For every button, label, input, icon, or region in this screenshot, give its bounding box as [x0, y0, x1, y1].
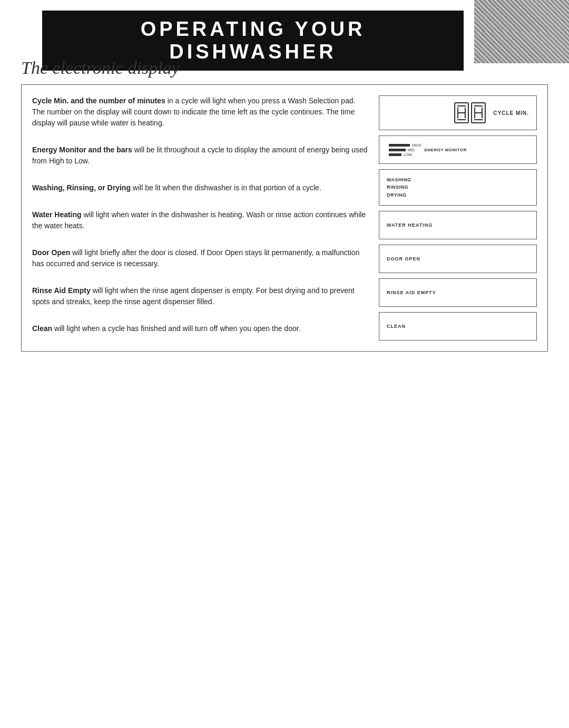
energy-low-label: LOW: [404, 153, 412, 157]
energy-monitor-panel: HIGH MID LOW ENERGY MONITOR: [379, 135, 537, 164]
water-heating-panel-label: WATER HEATING: [387, 222, 433, 228]
energy-bar-mid: MID: [389, 148, 421, 152]
washing-indicator: WASHING: [387, 176, 411, 183]
clean-panel-label: CLEAN: [387, 324, 406, 329]
decorative-bottom-bar: [474, 32, 569, 63]
cycle-min-panel-label: CYCLE MIN.: [493, 110, 529, 117]
energy-monitor-icon-area: HIGH MID LOW ENERGY MONITOR: [387, 143, 467, 157]
energy-bar-high: HIGH: [389, 143, 421, 147]
digit-2: [471, 102, 486, 123]
water-heating-text: Water Heating will light when water in t…: [32, 209, 368, 231]
clean-panel: CLEAN: [379, 312, 537, 341]
energy-monitor-label: Energy Monitor and the bars: [32, 145, 132, 154]
door-open-label: Door Open: [32, 248, 70, 257]
cycle-min-label: Cycle Min. and the number of minutes: [32, 96, 165, 105]
water-heating-description: will light when water in the dishwasher …: [32, 210, 366, 230]
cycle-min-panel: CYCLE MIN.: [379, 95, 537, 130]
door-open-description: will light briefly after the door is clo…: [32, 248, 359, 268]
page-title: Operating Your Dishwasher: [58, 18, 448, 63]
energy-bar-low: LOW: [389, 153, 421, 157]
right-column: CYCLE MIN. HIGH MID LOW: [379, 95, 537, 341]
energy-monitor-panel-label: ENERGY MONITOR: [425, 148, 467, 152]
door-open-panel-label: DOOR OPEN: [387, 256, 420, 261]
rinse-aid-panel-label: RINSE AID EMPTY: [387, 290, 436, 295]
cycle-min-text: Cycle Min. and the number of minutes in …: [32, 95, 368, 129]
section-heading: The electronic display: [21, 58, 180, 78]
main-content-box: Cycle Min. and the number of minutes in …: [21, 84, 548, 352]
digital-display: [454, 102, 486, 123]
washing-text: Washing, Rinsing, or Drying will be lit …: [32, 182, 368, 193]
energy-bar-high-bar: [389, 144, 410, 147]
door-open-panel: DOOR OPEN: [379, 245, 537, 273]
rinse-aid-text: Rinse Aid Empty will light when the rins…: [32, 285, 368, 307]
digit-2-left-bot: [474, 112, 475, 118]
washing-label: Washing, Rinsing, or Drying: [32, 183, 131, 192]
clean-label: Clean: [32, 324, 52, 333]
water-heating-label: Water Heating: [32, 210, 82, 219]
wash-rinse-dry-panel: WASHING RINSING DRYING: [379, 169, 537, 206]
washing-description: will be lit when the dishwasher is in th…: [133, 183, 321, 192]
digit-1: [454, 102, 469, 123]
clean-text: Clean will light when a cycle has finish…: [32, 323, 368, 334]
water-heating-panel: WATER HEATING: [379, 211, 537, 239]
digit-1-right-bot: [465, 112, 466, 118]
rinsing-indicator: RINSING: [387, 183, 411, 191]
digit-2-right-bot: [482, 112, 483, 118]
energy-monitor-text: Energy Monitor and the bars will be lit …: [32, 144, 368, 167]
energy-bars: HIGH MID LOW: [389, 143, 421, 157]
energy-high-label: HIGH: [412, 143, 421, 147]
rinse-aid-panel: RINSE AID EMPTY: [379, 278, 537, 307]
energy-bar-low-bar: [389, 153, 401, 156]
wash-labels: WASHING RINSING DRYING: [387, 176, 411, 199]
decorative-top-bar: [474, 0, 569, 32]
drying-indicator: DRYING: [387, 191, 411, 199]
rinse-aid-label: Rinse Aid Empty: [32, 286, 91, 295]
energy-bar-mid-bar: [389, 149, 406, 151]
digit-1-left-bot: [457, 112, 458, 118]
left-column: Cycle Min. and the number of minutes in …: [32, 95, 368, 341]
energy-mid-label: MID: [408, 148, 415, 152]
clean-description: will light when a cycle has finished and…: [54, 324, 300, 333]
door-open-text: Door Open will light briefly after the d…: [32, 247, 368, 269]
